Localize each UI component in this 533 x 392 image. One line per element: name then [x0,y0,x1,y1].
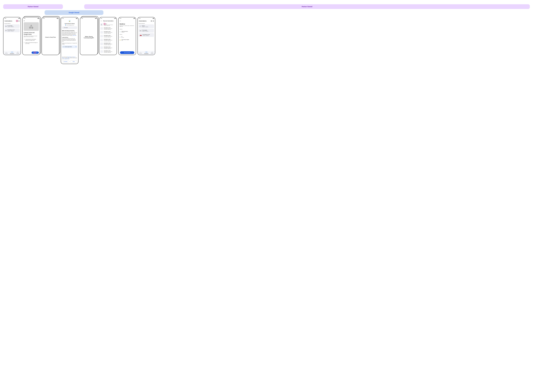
device-count: 4 device types linked [64,46,72,47]
discover-item-generic[interactable]: Automation nameLorem ipsum dolor sit ame… [100,27,116,30]
screen-4: 9:30 ▾◢▮ 🔒 Link home to Acme 👤 alex.mill… [61,17,79,64]
home-selector[interactable]: ⌂ SF Home [62,26,77,29]
item-sub: At 9pm, the TV powers down, bedroom ligh… [104,24,116,26]
no-thanks-button[interactable]: No thanks [62,61,69,63]
section-label: My automations [139,22,154,24]
discover-item-bedtime[interactable]: ☾ Bedtime At 9pm, the TV powers down, be… [100,23,116,27]
action-row-lights: 💡 Kids bedroom lightsDim [120,39,135,41]
page-title: Automations [5,20,12,22]
sparkle-icon: ✦ [24,39,25,41]
discover-item-generic[interactable]: Automation nameLorem ipsum dolor sit ame… [100,50,116,53]
status-bar: 9:30 ▾◢▮ [23,17,40,19]
appgrid-icon[interactable] [151,20,152,22]
discover-item-generic[interactable]: Automation nameLorem ipsum dolor sit ame… [100,42,116,46]
bullet-2: ▢Easily control devices with apps of you… [24,42,39,44]
header: Automations [139,19,154,22]
car-icon: 🚗 [140,34,142,36]
tv-icon: ▭ [140,30,141,32]
home-name: SF Home [64,27,68,28]
account-link[interactable]: Google Account [64,58,69,59]
page-title: Discover Automations [103,20,114,22]
discover-item-generic[interactable]: Automation nameLorem ipsum dolor sit ame… [100,38,116,42]
status-time: 9:30 [81,18,83,19]
discover-item-generic[interactable]: Automation nameLorem ipsum dolor sit ame… [100,30,116,34]
back-icon[interactable]: ← [100,20,102,22]
bulb-icon: 💡 [120,40,121,41]
page-desc: At 9pm, the TV powers down, and bedroom … [120,25,135,27]
tags-row-2: Google Owned [3,10,530,15]
screen-5: 9:30 ▾◢▮ Matter Sharing Commissioning AP… [80,17,98,55]
card-sub: 1 starter • 2 actions [7,26,14,27]
status-time: 9:30 [24,18,25,19]
account-icon[interactable] [153,20,154,22]
screen-text: Cloud to Cloud Flow [42,19,59,55]
card-title: Commuting to work [7,29,15,31]
status-time: 9:30 [43,18,45,19]
tag-partner-a: Partner Owned [3,4,63,9]
svg-rect-6 [5,26,6,27]
sparkle-icon: ✦ [145,51,148,53]
legal-para: See Smart App Privacy Policy and Terms o… [62,57,77,59]
nav-devices[interactable]: ⌂Devices [139,52,142,54]
discover-item-generic[interactable]: Automation nameLorem ipsum dolor sit ame… [100,46,116,50]
status-time: 9:30 [62,18,64,19]
svg-point-15 [153,21,153,21]
account-icon[interactable] [18,20,20,22]
learn-more-link[interactable]: Learn more [73,35,76,36]
status-bar: 9:30 ▾◢▮ [99,17,117,19]
devices-icon: ▢ [24,42,25,44]
automation-card-commute[interactable]: 🚗 Commuting to work1 starter • 3 actions [139,33,154,37]
nav-settings[interactable]: ⚙Settings [16,52,19,54]
phones-row: 9:30 ▾◢▮ Automations My [3,17,530,64]
screen-6: 9:30 ▾◢▮ ← Discover Automations ☾ Bedtim… [99,17,117,55]
device-count-card[interactable]: ▢ 4 device types linked ⚙ [62,45,77,48]
linked-para-2: Manage device linking below or in Google… [62,43,77,45]
gear-icon: ⚙ [18,52,18,53]
automation-card-bedtime[interactable]: ☾ Bedtime1 starter • 2 actions [139,24,154,28]
bottom-nav: ⌂Devices ✦Automations ⚙Settings [138,51,155,55]
screen-3: 9:30 ▾◢▮ Cloud to Cloud Flow [42,17,59,55]
home-icon: ⌂ [6,52,6,53]
svg-point-5 [19,21,19,21]
status-time: 9:30 [100,18,102,19]
svg-rect-13 [152,21,152,22]
automation-card-1[interactable]: TV time lights 1 starter • 2 actions [5,24,20,28]
status-bar: 9:30 ▾◢▮ [42,17,59,19]
status-bar: 9:30 ▾◢▮ [61,17,78,19]
section-label: My automations [5,22,20,24]
screen-8: 9:30 ▾◢▮ Automations My automations ☾ Be… [138,17,155,55]
tags-row-1: Partner Owned Partner Owned [3,4,530,9]
car-icon [5,30,7,31]
privacy-link[interactable]: Privacy Policy [67,57,71,57]
app-logo: 🔒 [69,20,71,22]
gear-icon[interactable]: ⚙ [76,46,76,47]
back-icon[interactable]: ← [120,20,121,22]
discover-item-generic[interactable]: Automation nameLorem ipsum dolor sit ame… [100,34,116,38]
moon-icon: ☾ [100,23,103,26]
linked-para-1: Acme will automatically have access to a… [62,38,77,42]
nav-devices[interactable]: ⌂Devices [5,52,8,54]
home-icon: ⌂ [63,27,63,28]
account-row: 👤 alex.miller@gmail.com [62,25,77,25]
status-time: 9:30 [139,18,140,19]
devices-icon: ▢ [63,46,64,47]
automation-card-tv[interactable]: ▭ TV time lights1 starter • 2 actions [139,29,154,33]
gear-icon: ⚙ [152,52,153,53]
close-icon[interactable]: ✕ [24,20,25,21]
save-automation-button[interactable]: Save automation [120,51,134,54]
moon-icon: ☾ [140,25,141,27]
sparkle-icon: ✦ [11,51,14,53]
nav-automations[interactable]: ✦Automations [144,51,148,54]
status-icons: ▾◢▮ [76,18,77,19]
tv-icon [5,26,7,27]
nav-settings[interactable]: ⚙Settings [151,52,153,54]
status-icons: ▾◢▮ [56,18,58,19]
appgrid-icon[interactable] [16,20,18,22]
svg-rect-11 [152,20,152,21]
screen-1: 9:30 ▾◢▮ Automations My [3,17,21,55]
nav-automations[interactable]: ✦Automations [10,51,14,54]
trust-heading: Make sure that you trust Acme [62,30,77,31]
card-sub: 1 starter • 3 actions [7,31,15,31]
allow-button[interactable]: Allow [70,61,77,63]
automation-card-2[interactable]: Commuting to work 1 starter • 3 actions [5,28,20,32]
